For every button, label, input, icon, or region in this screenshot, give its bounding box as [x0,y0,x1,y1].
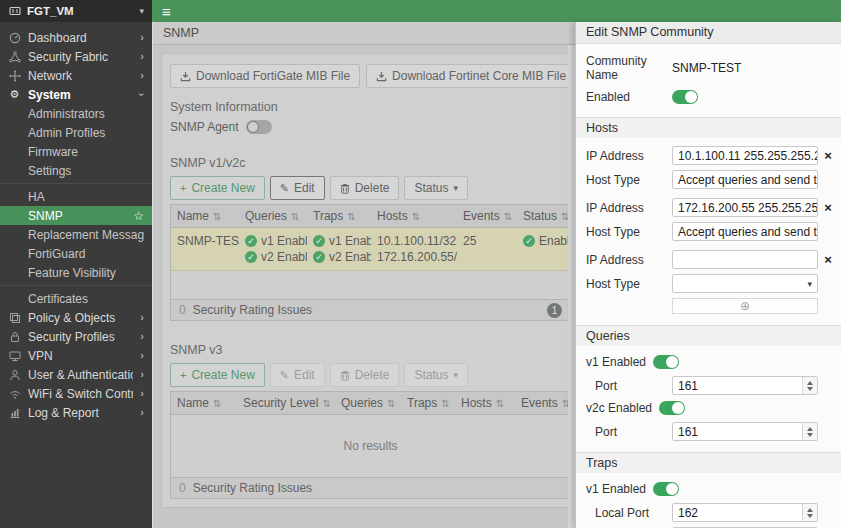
snmp-agent-label: SNMP Agent [170,120,238,134]
dashboard-icon [8,32,21,44]
sidebar-item-ha[interactable]: HA [0,187,152,206]
snmp-agent-toggle[interactable] [246,120,272,134]
security-rating-footer[interactable]: 0 Security Rating Issues 1 [171,299,570,320]
sidebar-item-log-report[interactable]: Log & Report › [0,403,152,422]
sort-icon: ⇅ [213,211,221,222]
sidebar-item-policy-objects[interactable]: Policy & Objects › [0,308,152,327]
queries-v2c-port-input[interactable]: 161 [672,422,818,441]
sidebar-item-replacement-messages[interactable]: Replacement Messages [0,225,152,244]
hamburger-menu-icon[interactable]: ≡ [162,4,171,19]
host-1-type-select[interactable]: Accept queries and send traps ▾ [672,170,818,189]
add-host-button[interactable]: ⊕ [672,298,818,314]
vertical-scrollbar[interactable] [568,45,575,528]
number-spinner[interactable] [802,423,817,440]
enabled-label: Enabled [586,90,672,104]
column-header-events[interactable]: Events⇅ [515,392,575,414]
sidebar-item-user-authentication[interactable]: User & Authentication › [0,365,152,384]
edit-button[interactable]: ✎Edit [270,176,325,200]
star-icon[interactable]: ☆ [133,210,144,222]
pencil-icon: ✎ [280,370,289,381]
number-spinner[interactable] [802,377,817,394]
sidebar-item-fortiguard[interactable]: FortiGuard [0,244,152,263]
sidebar-item-security-profiles[interactable]: Security Profiles › [0,327,152,346]
chevron-right-icon: › [140,388,144,399]
sort-icon: ⇅ [322,398,330,409]
sort-icon: ⇅ [504,211,512,222]
v1-enabled-label: v1 Enabled [586,355,646,369]
column-header-hosts[interactable]: Hosts⇅ [371,205,457,227]
host-1-ip-input[interactable]: 10.1.100.11 255.255.255.255 [672,146,818,165]
sidebar: FGT_VM ▾ Dashboard › Security Fabric › N… [0,0,152,528]
sidebar-item-certificates[interactable]: Certificates [0,289,152,308]
host-type-label: Host Type [586,173,672,187]
column-header-status[interactable]: Status⇅ [517,205,575,227]
column-header-security-level[interactable]: Security Level⇅ [237,392,335,414]
hosts-section-header: Hosts [576,117,841,138]
host-3-type-select[interactable]: ▾ [672,274,818,293]
create-new-button[interactable]: +Create New [170,176,265,200]
host-2-ip-input[interactable]: 172.16.200.55 255.255.255.255 [672,198,818,217]
download-fortigate-mib-button[interactable]: Download FortiGate MIB File [170,64,360,88]
sidebar-item-system[interactable]: ⚙ System › [0,85,152,104]
sidebar-item-network[interactable]: Network › [0,66,152,85]
v3-status-dropdown-button[interactable]: Status▾ [404,363,468,387]
snmp-v1v2c-section: SNMP v1/v2c +Create New ✎Edit Delete Sta… [170,156,575,321]
sidebar-item-administrators[interactable]: Administrators [0,104,152,123]
caret-down-icon: ▾ [453,370,458,380]
v3-create-new-button[interactable]: +Create New [170,363,265,387]
queries-v1-toggle[interactable] [653,355,679,369]
enabled-toggle[interactable] [672,90,698,104]
column-header-queries[interactable]: Queries⇅ [239,205,307,227]
host-2-type-select[interactable]: Accept queries and send traps ▾ [672,222,818,241]
status-dropdown-button[interactable]: Status▾ [404,176,468,200]
sidebar-item-feature-visibility[interactable]: Feature Visibility [0,263,152,282]
sort-icon: ⇅ [347,211,355,222]
v3-edit-button[interactable]: ✎Edit [270,363,325,387]
community-name-label: Community Name [586,54,672,82]
sidebar-item-settings[interactable]: Settings [0,161,152,180]
delete-button[interactable]: Delete [330,176,400,200]
v3-security-rating-footer[interactable]: 0 Security Rating Issues [171,477,570,498]
user-icon [8,369,21,381]
download-fortinet-core-mib-button[interactable]: Download Fortinet Core MIB File [366,64,575,88]
column-header-hosts[interactable]: Hosts⇅ [455,392,515,414]
sort-icon: ⇅ [291,211,299,222]
host-3-ip-input[interactable] [672,250,818,269]
close-icon[interactable]: × [821,253,835,266]
queries-v2c-toggle[interactable] [659,401,685,415]
queries-v2c-port-row: Port 161 [586,422,835,441]
panel-title: Edit SNMP Community [576,22,841,44]
traps-v1-toggle[interactable] [653,482,679,496]
cell-events: 25 [457,228,517,270]
sidebar-item-security-fabric[interactable]: Security Fabric › [0,47,152,66]
sidebar-item-dashboard[interactable]: Dashboard › [0,28,152,47]
column-header-events[interactable]: Events⇅ [457,205,517,227]
sidebar-item-firmware[interactable]: Firmware [0,142,152,161]
column-header-name[interactable]: Name⇅ [171,392,237,414]
caret-down-icon: ▾ [453,183,458,193]
host-1-ip-row: IP Address 10.1.100.11 255.255.255.255 × [586,146,835,165]
sidebar-item-vpn[interactable]: VPN › [0,346,152,365]
bar-chart-icon [8,407,21,419]
snmp-agent-row: SNMP Agent [170,120,575,134]
port-label: Port [586,425,672,439]
queries-v1-port-input[interactable]: 161 [672,376,818,395]
v3-delete-button[interactable]: Delete [330,363,400,387]
number-spinner[interactable] [802,504,817,521]
traps-v1-local-port-input[interactable]: 162 [672,503,818,522]
sidebar-item-admin-profiles[interactable]: Admin Profiles [0,123,152,142]
column-header-traps[interactable]: Traps⇅ [307,205,371,227]
network-icon [8,70,21,82]
close-icon[interactable]: × [821,201,835,214]
sidebar-nav: Dashboard › Security Fabric › Network › … [0,22,152,422]
device-selector[interactable]: FGT_VM ▾ [0,0,152,22]
check-icon: ✓ [523,235,535,247]
close-icon[interactable]: × [821,149,835,162]
plus-icon: + [180,370,186,381]
column-header-traps[interactable]: Traps⇅ [401,392,455,414]
column-header-queries[interactable]: Queries⇅ [335,392,401,414]
sidebar-item-snmp[interactable]: SNMP ☆ [0,206,152,225]
table-row-snmp-test[interactable]: SNMP-TEST ✓v1 Enable ✓v2 Enable ✓v1 Enab… [171,228,575,271]
sidebar-item-wifi-switch-controller[interactable]: WiFi & Switch Controller › [0,384,152,403]
column-header-name[interactable]: Name⇅ [171,205,239,227]
